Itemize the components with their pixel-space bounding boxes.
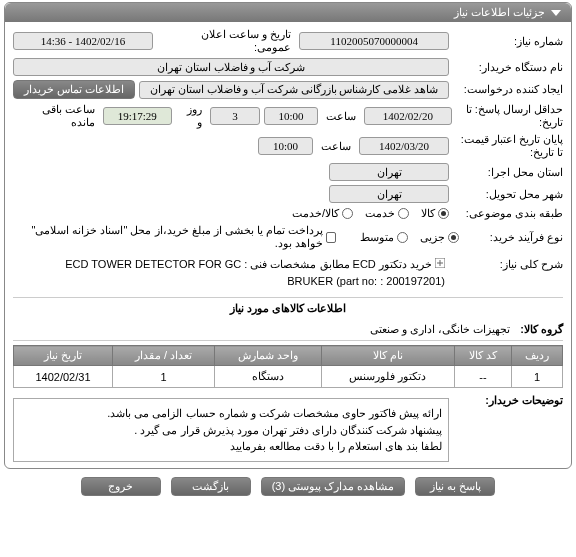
- label-buyer-org: نام دستگاه خریدار:: [453, 61, 563, 74]
- row-process: نوع فرآیند خرید: جزیی متوسط پرداخت تمام …: [13, 222, 563, 252]
- row-loc-deliver: شهر محل تحویل: تهران: [13, 183, 563, 205]
- goods-table: ردیف کد کالا نام کالا واحد شمارش تعداد /…: [13, 345, 563, 388]
- label-remain: ساعت باقی مانده: [13, 103, 99, 129]
- radio-dot-icon: [398, 208, 409, 219]
- radio-service[interactable]: خدمت: [365, 207, 409, 220]
- label-requester: ایجاد کننده درخواست:: [453, 83, 563, 96]
- panel-header[interactable]: جزئیات اطلاعات نیاز: [5, 3, 571, 22]
- exit-button[interactable]: خروج: [81, 477, 161, 496]
- chevron-down-icon: [551, 10, 561, 16]
- table-header-row: ردیف کد کالا نام کالا واحد شمارش تعداد /…: [14, 346, 563, 366]
- label-loc-exec: استان محل اجرا:: [453, 166, 563, 179]
- radio-both[interactable]: کالا/خدمت: [292, 207, 353, 220]
- th-row: ردیف: [512, 346, 563, 366]
- field-valid-date: 1402/03/20: [359, 137, 449, 155]
- attachments-button[interactable]: مشاهده مدارک پیوستی (3): [261, 477, 406, 496]
- row-need-no: شماره نیاز: 1102005070000004 تاریخ و ساع…: [13, 26, 563, 56]
- desc-line: ارائه پیش فاکتور حاوی مشخصات شرکت و شمار…: [20, 405, 442, 422]
- field-deadline-date: 1402/02/20: [364, 107, 452, 125]
- row-deadline: حداقل ارسال پاسخ: تا تاریخ: 1402/02/20 س…: [13, 101, 563, 131]
- contact-buyer-button[interactable]: اطلاعات تماس خریدار: [13, 80, 135, 99]
- row-need-title: شرح کلی نیاز: خرید دتکتور ECD مطابق مشخص…: [13, 252, 563, 293]
- desc-line: پیشنهاد شرکت کنندگان دارای دفتر تهران مو…: [20, 422, 442, 439]
- label-days-and: روز و: [176, 103, 206, 129]
- footer-toolbar: پاسخ به نیاز مشاهده مدارک پیوستی (3) باز…: [0, 471, 576, 498]
- row-category: طبقه بندی موضوعی: کالا خدمت کالا/خدمت: [13, 205, 563, 222]
- th-name: نام کالا: [321, 346, 454, 366]
- cell-name: دتکتور فلورسنس: [321, 366, 454, 388]
- table-row: 1 -- دتکتور فلورسنس دستگاه 1 1402/02/31: [14, 366, 563, 388]
- radio-goods[interactable]: کالا: [421, 207, 449, 220]
- label-deadline: حداقل ارسال پاسخ: تا تاریخ:: [456, 103, 563, 129]
- cell-code: --: [454, 366, 511, 388]
- label-valid: پایان تاریخ اعتبار قیمت: تا تاریخ:: [453, 133, 563, 159]
- radio-retail[interactable]: جزیی: [420, 231, 459, 244]
- panel-body: شماره نیاز: 1102005070000004 تاریخ و ساع…: [5, 22, 571, 468]
- label-group: گروه کالا:: [516, 323, 563, 336]
- field-deadline-time: 10:00: [264, 107, 318, 125]
- radio-medium[interactable]: متوسط: [360, 231, 408, 244]
- group-value: تجهیزات خانگی، اداری و صنعتی: [370, 323, 510, 336]
- expand-icon[interactable]: [435, 256, 445, 273]
- field-days: 3: [210, 107, 260, 125]
- field-buyer-org: شرکت آب و فاضلاب استان تهران: [13, 58, 449, 76]
- row-requester: ایجاد کننده درخواست: شاهد غلامی کارشناس …: [13, 78, 563, 101]
- need-details-panel: جزئیات اطلاعات نیاز شماره نیاز: 11020050…: [4, 2, 572, 469]
- field-valid-time: 10:00: [258, 137, 313, 155]
- th-code: کد کالا: [454, 346, 511, 366]
- respond-button[interactable]: پاسخ به نیاز: [415, 477, 495, 496]
- cell-date: 1402/02/31: [14, 366, 113, 388]
- radio-dot-icon: [342, 208, 353, 219]
- th-date: تاریخ نیاز: [14, 346, 113, 366]
- cell-row: 1: [512, 366, 563, 388]
- panel-title: جزئیات اطلاعات نیاز: [454, 6, 545, 19]
- label-announce: تاریخ و ساعت اعلان عمومی:: [157, 28, 295, 54]
- field-loc-deliver: تهران: [329, 185, 449, 203]
- label-need-no: شماره نیاز:: [453, 35, 563, 48]
- checkbox-icon: [326, 232, 336, 243]
- label-time-1: ساعت: [322, 110, 360, 123]
- row-loc-exec: استان محل اجرا: تهران: [13, 161, 563, 183]
- radio-dot-icon: [448, 232, 459, 243]
- cell-qty: 1: [113, 366, 215, 388]
- field-requester: شاهد غلامی کارشناس بازرگانی شرکت آب و فا…: [139, 81, 449, 99]
- need-title-text: خرید دتکتور ECD مطابق مشخصات فنی : ECD T…: [13, 254, 449, 291]
- th-unit: واحد شمارش: [215, 346, 322, 366]
- row-valid: پایان تاریخ اعتبار قیمت: تا تاریخ: 1402/…: [13, 131, 563, 161]
- back-button[interactable]: بازگشت: [171, 477, 251, 496]
- cell-unit: دستگاه: [215, 366, 322, 388]
- radio-group-category: کالا خدمت کالا/خدمت: [292, 207, 449, 220]
- label-need-title: شرح کلی نیاز:: [453, 254, 563, 271]
- field-loc-exec: تهران: [329, 163, 449, 181]
- label-process: نوع فرآیند خرید:: [463, 231, 563, 244]
- desc-line: لطفا بند های استعلام را با دقت مطالعه بف…: [20, 438, 442, 455]
- label-desc: توضیحات خریدار:: [453, 394, 563, 407]
- label-category: طبقه بندی موضوعی:: [453, 207, 563, 220]
- checkbox-treasury[interactable]: پرداخت تمام یا بخشی از مبلغ خرید،از محل …: [13, 224, 336, 250]
- row-group: گروه کالا: تجهیزات خانگی، اداری و صنعتی: [13, 319, 563, 341]
- label-loc-deliver: شهر محل تحویل:: [453, 188, 563, 201]
- row-buyer-org: نام دستگاه خریدار: شرکت آب و فاضلاب استا…: [13, 56, 563, 78]
- radio-dot-icon: [397, 232, 408, 243]
- field-announce: 1402/02/16 - 14:36: [13, 32, 153, 50]
- th-qty: تعداد / مقدار: [113, 346, 215, 366]
- radio-dot-icon: [438, 208, 449, 219]
- label-time-2: ساعت: [317, 140, 355, 153]
- row-desc: توضیحات خریدار: ارائه پیش فاکتور حاوی مش…: [13, 392, 563, 464]
- goods-section-title: اطلاعات کالاهای مورد نیاز: [13, 297, 563, 319]
- radio-group-process: جزیی متوسط: [360, 231, 459, 244]
- field-countdown: 19:17:29: [103, 107, 172, 125]
- desc-box: ارائه پیش فاکتور حاوی مشخصات شرکت و شمار…: [13, 398, 449, 462]
- field-need-no: 1102005070000004: [299, 32, 449, 50]
